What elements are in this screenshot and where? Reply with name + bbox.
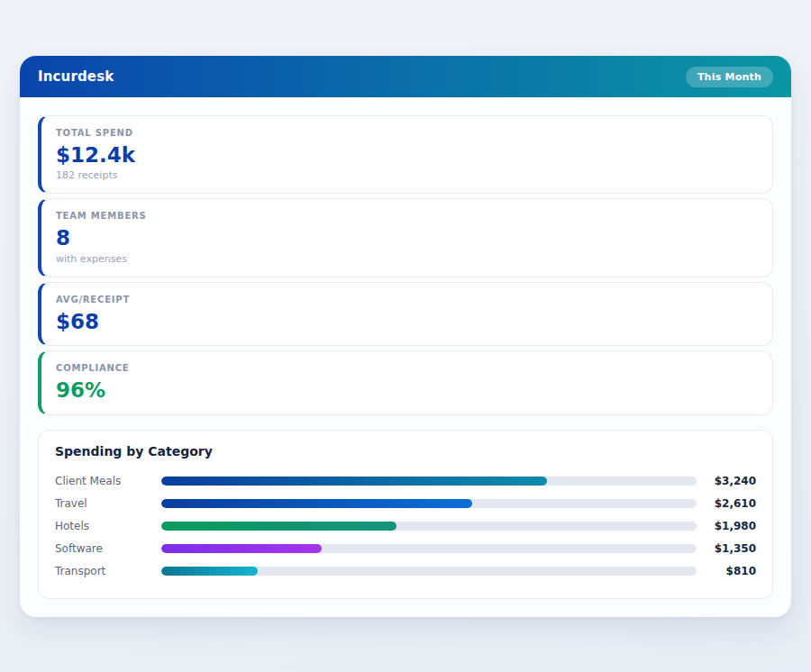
app-title: Incurdesk: [38, 68, 114, 85]
bar-value: $3,240: [697, 475, 756, 487]
bar-label: Hotels: [55, 520, 161, 532]
stat-value: 8: [56, 226, 758, 250]
stat-label: AVG/RECEIPT: [56, 295, 758, 304]
bar-track: [161, 544, 697, 553]
bar-fill: [161, 544, 322, 553]
spending-by-category-card: Spending by Category Client Meals $3,240…: [38, 430, 773, 599]
chart-title: Spending by Category: [55, 444, 756, 459]
stat-subtext: 182 receipts: [56, 169, 758, 181]
dashboard-content: TOTAL SPEND $12.4k 182 receipts TEAM MEM…: [20, 97, 791, 617]
stat-card-compliance: COMPLIANCE 96%: [38, 350, 773, 414]
stat-value: $68: [56, 310, 758, 333]
bar-track: [161, 522, 697, 531]
bar-label: Transport: [55, 565, 161, 577]
bar-fill: [161, 567, 258, 576]
stat-card-team-members: TEAM MEMBERS 8 with expenses: [38, 198, 773, 277]
period-badge[interactable]: This Month: [686, 67, 773, 87]
stat-value: 96%: [56, 378, 758, 402]
bar-value: $810: [697, 565, 756, 577]
bar-row-travel: Travel $2,610: [55, 493, 756, 515]
stat-subtext: with expenses: [56, 253, 758, 265]
stat-card-total-spend: TOTAL SPEND $12.4k 182 receipts: [38, 115, 773, 194]
bar-value: $1,350: [697, 542, 756, 555]
bar-row-transport: Transport $810: [55, 560, 756, 583]
bar-value: $2,610: [697, 497, 756, 510]
stat-label: TEAM MEMBERS: [56, 211, 758, 221]
bar-value: $1,980: [697, 520, 756, 532]
bar-row-client-meals: Client Meals $3,240: [55, 470, 756, 493]
bar-track: [161, 567, 697, 576]
bar-label: Software: [55, 542, 161, 555]
bar-row-software: Software $1,350: [55, 538, 756, 560]
stat-label: TOTAL SPEND: [56, 128, 758, 138]
stat-label: COMPLIANCE: [56, 363, 758, 373]
bar-fill: [161, 477, 547, 486]
stat-card-avg-receipt: AVG/RECEIPT $68: [38, 282, 773, 346]
bar-label: Client Meals: [55, 475, 161, 487]
bar-fill: [161, 499, 472, 508]
app-header: Incurdesk This Month: [20, 56, 791, 97]
bar-fill: [161, 522, 396, 531]
bar-track: [161, 499, 697, 508]
bar-row-hotels: Hotels $1,980: [55, 515, 756, 538]
dashboard-panel: Incurdesk This Month TOTAL SPEND $12.4k …: [20, 56, 791, 617]
stat-value: $12.4k: [56, 143, 758, 167]
bar-track: [161, 477, 697, 486]
bar-label: Travel: [55, 497, 161, 510]
